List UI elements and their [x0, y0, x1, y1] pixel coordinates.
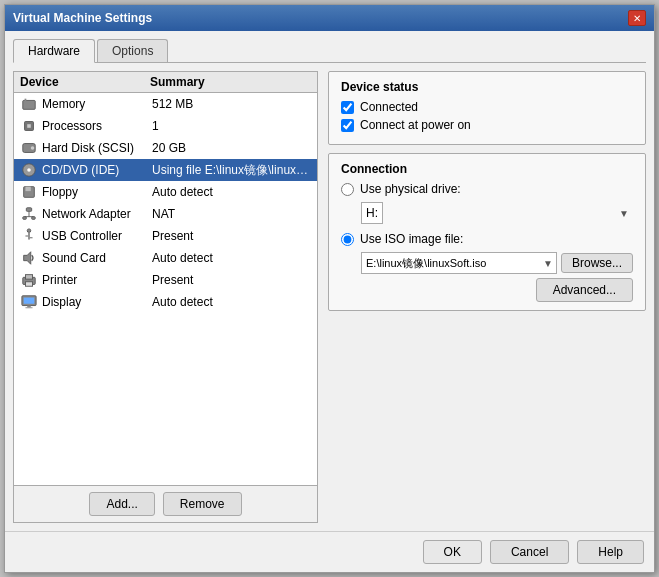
hard-disk-name: Hard Disk (SCSI) — [42, 141, 152, 155]
help-button[interactable]: Help — [577, 540, 644, 564]
device-table-header: Device Summary — [14, 72, 317, 93]
usb-icon — [20, 227, 38, 245]
floppy-icon — [20, 183, 38, 201]
processors-summary: 1 — [152, 119, 311, 133]
device-status-title: Device status — [341, 80, 633, 94]
hard-disk-summary: 20 GB — [152, 141, 311, 155]
memory-icon — [20, 95, 38, 113]
svg-marker-19 — [24, 252, 31, 264]
physical-drive-row: Use physical drive: — [341, 182, 633, 196]
device-row-display[interactable]: DisplayAuto detect — [14, 291, 317, 313]
device-row-sound[interactable]: Sound CardAuto detect — [14, 247, 317, 269]
svg-rect-24 — [24, 298, 35, 304]
display-icon — [20, 293, 38, 311]
drive-select[interactable]: H: — [361, 202, 383, 224]
tab-hardware[interactable]: Hardware — [13, 39, 95, 63]
physical-drive-radio[interactable] — [341, 183, 354, 196]
power-on-row: Connect at power on — [341, 118, 633, 132]
svg-rect-22 — [25, 282, 32, 286]
drive-select-wrapper: H: ▼ — [361, 202, 633, 224]
device-row-memory[interactable]: Memory512 MB — [14, 93, 317, 115]
memory-name: Memory — [42, 97, 152, 111]
device-row-floppy[interactable]: FloppyAuto detect — [14, 181, 317, 203]
iso-input-wrapper: E:\linux镜像\linuxSoft.iso ▼ — [361, 252, 557, 274]
connected-checkbox[interactable] — [341, 101, 354, 114]
device-list-container: Device Summary Memory512 MBProcessors1Ha… — [13, 71, 318, 523]
device-row-cddvd[interactable]: CD/DVD (IDE)Using file E:\linux镜像\linuxS… — [14, 159, 317, 181]
window-title: Virtual Machine Settings — [13, 11, 152, 25]
cddvd-icon — [20, 161, 38, 179]
memory-summary: 512 MB — [152, 97, 311, 111]
drive-select-arrow-icon: ▼ — [619, 208, 629, 219]
device-list-footer: Add... Remove — [14, 485, 317, 522]
hard-disk-icon — [20, 139, 38, 157]
processors-name: Processors — [42, 119, 152, 133]
svg-rect-1 — [25, 99, 27, 103]
svg-point-15 — [27, 229, 31, 233]
browse-button[interactable]: Browse... — [561, 253, 633, 273]
tab-options[interactable]: Options — [97, 39, 168, 62]
right-panel: Device status Connected Connect at power… — [328, 71, 646, 523]
iso-row: Use ISO image file: — [341, 232, 633, 246]
title-bar-buttons: ✕ — [628, 10, 646, 26]
svg-rect-16 — [28, 232, 30, 239]
svg-rect-9 — [25, 187, 30, 191]
add-button[interactable]: Add... — [89, 492, 154, 516]
printer-summary: Present — [152, 273, 311, 287]
iso-path-select[interactable]: E:\linux镜像\linuxSoft.iso — [361, 252, 557, 274]
printer-icon — [20, 271, 38, 289]
drive-select-row: H: ▼ — [361, 202, 633, 224]
sound-icon — [20, 249, 38, 267]
power-on-label: Connect at power on — [360, 118, 471, 132]
close-button[interactable]: ✕ — [628, 10, 646, 26]
col-device-header: Device — [20, 75, 150, 89]
iso-radio[interactable] — [341, 233, 354, 246]
svg-rect-25 — [27, 306, 31, 308]
svg-rect-26 — [25, 307, 32, 308]
col-summary-header: Summary — [150, 75, 311, 89]
display-summary: Auto detect — [152, 295, 311, 309]
network-name: Network Adapter — [42, 207, 152, 221]
cancel-button[interactable]: Cancel — [490, 540, 569, 564]
main-panel: Device Summary Memory512 MBProcessors1Ha… — [13, 71, 646, 523]
device-row-usb[interactable]: USB ControllerPresent — [14, 225, 317, 247]
window-content: Hardware Options Device Summary Memory51… — [5, 31, 654, 531]
svg-rect-3 — [27, 124, 31, 128]
advanced-button[interactable]: Advanced... — [536, 278, 633, 302]
physical-drive-label: Use physical drive: — [360, 182, 461, 196]
sound-summary: Auto detect — [152, 251, 311, 265]
connected-label: Connected — [360, 100, 418, 114]
floppy-name: Floppy — [42, 185, 152, 199]
title-bar: Virtual Machine Settings ✕ — [5, 5, 654, 31]
device-status-group: Device status Connected Connect at power… — [328, 71, 646, 145]
ok-button[interactable]: OK — [423, 540, 482, 564]
floppy-summary: Auto detect — [152, 185, 311, 199]
device-row-processors[interactable]: Processors1 — [14, 115, 317, 137]
network-summary: NAT — [152, 207, 311, 221]
usb-summary: Present — [152, 229, 311, 243]
device-row-printer[interactable]: PrinterPresent — [14, 269, 317, 291]
usb-name: USB Controller — [42, 229, 152, 243]
svg-point-5 — [31, 146, 35, 150]
connected-row: Connected — [341, 100, 633, 114]
svg-rect-21 — [25, 275, 32, 279]
svg-rect-10 — [26, 208, 31, 212]
svg-point-7 — [27, 168, 31, 172]
connection-title: Connection — [341, 162, 633, 176]
display-name: Display — [42, 295, 152, 309]
advanced-btn-row: Advanced... — [341, 278, 633, 302]
device-row-hard-disk[interactable]: Hard Disk (SCSI)20 GB — [14, 137, 317, 159]
virtual-machine-settings-window: Virtual Machine Settings ✕ Hardware Opti… — [4, 4, 655, 573]
device-table-body: Memory512 MBProcessors1Hard Disk (SCSI)2… — [14, 93, 317, 485]
window-footer: OK Cancel Help — [5, 531, 654, 572]
power-on-checkbox[interactable] — [341, 119, 354, 132]
device-row-network[interactable]: Network AdapterNAT — [14, 203, 317, 225]
remove-button[interactable]: Remove — [163, 492, 242, 516]
printer-name: Printer — [42, 273, 152, 287]
iso-label: Use ISO image file: — [360, 232, 463, 246]
processors-icon — [20, 117, 38, 135]
iso-path-row: E:\linux镜像\linuxSoft.iso ▼ Browse... — [361, 252, 633, 274]
cddvd-summary: Using file E:\linux镜像\linuxS... — [152, 162, 311, 179]
tabs-bar: Hardware Options — [13, 39, 646, 63]
sound-name: Sound Card — [42, 251, 152, 265]
